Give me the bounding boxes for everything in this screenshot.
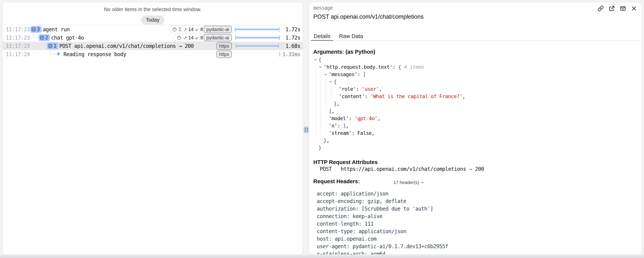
code-line: 'role': 'user', — [313, 85, 638, 93]
header-line: user-agent: pydantic-ai/0.1.7.dev13+c6b2… — [317, 243, 638, 250]
request-headers-list: accept: application/jsonaccept-encoding:… — [317, 190, 638, 254]
indent-guide — [331, 86, 331, 99]
duration-bar — [235, 27, 280, 32]
duration-bar — [235, 36, 280, 40]
span-title: POST api.openai.com/v1/chat/completions — [313, 13, 424, 20]
received-arrow-icon: ↙ — [195, 35, 199, 40]
close-icon[interactable] — [631, 6, 637, 12]
code-line: 'http.request.body.text': { 4 items — [313, 63, 638, 70]
code-line: 'messages': [ — [313, 70, 638, 78]
row-label: POST api.openai.com/v1/chat/completions … — [59, 43, 194, 49]
collapse-badge[interactable]: 2 — [38, 34, 50, 41]
row-label: agent run — [43, 26, 70, 32]
indent-guide — [321, 72, 321, 135]
drag-dots-icon — [305, 128, 308, 132]
request-status: 200 — [475, 166, 484, 172]
header-line: content-type: application/json — [317, 228, 638, 235]
collapse-badge[interactable]: 3 — [30, 26, 42, 33]
code-line: ], — [313, 107, 638, 115]
collapse-chevron-icon[interactable] — [328, 78, 334, 86]
dock-panel-icon[interactable] — [620, 6, 626, 12]
empty-notice: No older items in the selected time wind… — [104, 6, 202, 12]
headers-collapse-toggle[interactable]: 17 header(s) — [393, 180, 424, 185]
chevron-up-icon — [420, 180, 424, 184]
header-line: accept: application/json — [317, 190, 638, 198]
tab-raw-data[interactable]: Raw Data — [339, 32, 364, 40]
header-line: content-length: 111 — [317, 220, 638, 228]
duration-label: 1.31ms — [276, 51, 300, 58]
minus-square-icon — [40, 36, 44, 40]
row-timestamp: 11:17:23 — [6, 35, 30, 41]
service-tag[interactable]: pydantic-ai — [204, 26, 232, 33]
duration-label: 1.72s — [276, 26, 300, 32]
code-line: { — [313, 56, 638, 63]
detail-tabs: DetailsRaw Data — [309, 32, 642, 41]
span-kind-label: message — [313, 5, 333, 11]
open-in-new-icon[interactable] — [609, 6, 615, 12]
row-label: chat gpt-4o — [51, 35, 84, 41]
headers-count-label: 17 header(s) — [393, 180, 419, 185]
indent-guide — [316, 64, 316, 142]
panel-resize-handle[interactable] — [304, 126, 309, 133]
code-line: 'stream': False, — [313, 130, 638, 137]
duration-label: 1.68s — [276, 43, 300, 49]
collapse-chevron-icon[interactable] — [313, 56, 318, 64]
received-arrow-icon: ↙ — [195, 27, 199, 32]
child-count: 2 — [45, 35, 48, 40]
service-tag[interactable]: httpx — [216, 42, 232, 50]
duration-bar — [235, 52, 280, 56]
arguments-heading: Arguments: (as Python) — [313, 49, 375, 55]
collapse-chevron-icon[interactable] — [318, 64, 324, 71]
coin-icon — [172, 27, 177, 32]
today-button[interactable]: Today — [141, 16, 164, 25]
sent-arrow-icon: ↗ — [183, 27, 187, 32]
coin-icon — [177, 35, 182, 40]
row-label: Reading response body — [64, 51, 126, 58]
scrollbar-track[interactable] — [0, 254, 644, 258]
copy-link-icon[interactable] — [598, 6, 604, 12]
indent-guide — [326, 79, 326, 106]
code-line: }, — [313, 137, 638, 144]
code-line: { — [313, 78, 638, 85]
token-usage-pill[interactable]: Σ↗ 14↙ 8 — [169, 26, 206, 33]
arguments-code-tree: {'http.request.body.text': { 4 items'mes… — [313, 56, 638, 152]
duration-bar — [235, 44, 280, 48]
request-method: POST — [320, 166, 332, 172]
header-line: x-stainless-arch: arm64 — [317, 250, 638, 254]
request-headers-heading: Request Headers: — [313, 178, 360, 184]
row-timestamp: 11:17:24 — [6, 51, 30, 58]
collapse-chevron-icon[interactable] — [324, 71, 328, 78]
trace-row[interactable]: 11:17:24Reading response bodyhttpx1.31ms — [3, 50, 302, 58]
span-detail-panel: message POST api.openai.com/v1/chat/comp… — [309, 2, 642, 254]
code-line: 'content': 'What is the capital of Franc… — [313, 93, 638, 100]
service-tag[interactable]: httpx — [216, 51, 232, 58]
status-arrow-icon: → — [469, 166, 472, 172]
row-timestamp: 11:17:23 — [6, 43, 30, 49]
http-request-line: POST https://api.openai.com/v1/chat/comp… — [320, 166, 484, 172]
trace-row[interactable]: 11:17:231POST api.openai.com/v1/chat/com… — [3, 42, 302, 50]
span-diamond-icon — [56, 52, 61, 57]
header-line: connection: keep-alive — [317, 212, 638, 220]
duration-label: 1.72s — [276, 35, 300, 41]
trace-row[interactable]: 11:17:233agent runΣ↗ 14↙ 8pydantic-ai1.7… — [3, 25, 302, 34]
header-line: host: api.openai.com — [317, 235, 638, 243]
collapse-badge[interactable]: 1 — [47, 42, 58, 49]
minus-square-icon — [32, 27, 36, 32]
trace-timeline-panel: No older items in the selected time wind… — [3, 2, 303, 254]
tab-details[interactable]: Details — [313, 32, 331, 40]
request-url: https://api.openai.com/v1/chat/completio… — [341, 166, 466, 172]
header-line: accept-encoding: gzip, deflate — [317, 198, 638, 205]
trace-row[interactable]: 11:17:232chat gpt-4o↗ 14↙ 8pydantic-ai1.… — [3, 34, 302, 42]
minus-square-icon — [48, 44, 52, 48]
service-tag[interactable]: pydantic-ai — [204, 34, 232, 42]
code-line: } — [313, 144, 638, 152]
http-attributes-heading: HTTP Request Attributes — [313, 159, 378, 165]
code-line: }, — [313, 100, 638, 107]
token-usage-pill[interactable]: ↗ 14↙ 8 — [174, 34, 206, 42]
header-line: authorization: [Scrubbed due to 'auth'] — [317, 205, 638, 212]
row-timestamp: 11:17:23 — [6, 26, 30, 32]
child-count: 1 — [54, 43, 56, 49]
code-line: 'n': 1, — [313, 122, 638, 130]
sigma-icon: Σ — [179, 27, 182, 32]
code-line: 'model': 'gpt-4o', — [313, 115, 638, 122]
